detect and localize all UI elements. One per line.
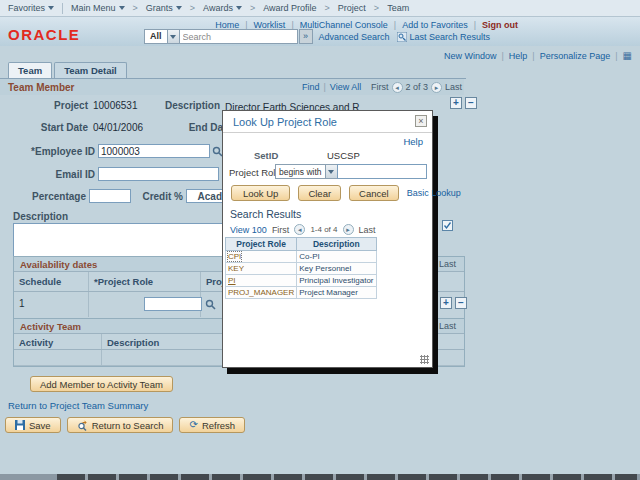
breadcrumb-separator: > bbox=[325, 3, 330, 13]
section-title-availability: Availability dates bbox=[20, 259, 97, 270]
resize-grip[interactable] bbox=[420, 355, 429, 364]
search-input[interactable] bbox=[180, 29, 298, 44]
first-label[interactable]: First bbox=[371, 82, 389, 92]
setid-label: SetID bbox=[254, 150, 278, 161]
delete-row-button[interactable]: − bbox=[465, 97, 477, 109]
project-value: 10006531 bbox=[93, 100, 138, 111]
view-all-link[interactable]: View All bbox=[330, 82, 361, 92]
previous-row-icon[interactable]: ◂ bbox=[392, 82, 403, 93]
start-date-value: 04/01/2006 bbox=[93, 122, 143, 133]
breadcrumb-separator: > bbox=[250, 3, 255, 13]
layout-grid-icon[interactable]: ▦ bbox=[623, 50, 632, 61]
results-col-role: Project Role bbox=[226, 238, 297, 251]
tab-team-detail[interactable]: Team Detail bbox=[54, 62, 127, 78]
clear-button[interactable]: Clear bbox=[298, 185, 341, 201]
view-100-link[interactable]: View 100 bbox=[230, 225, 267, 235]
page-tabs: Team Team Detail bbox=[8, 62, 127, 78]
taskbar[interactable] bbox=[0, 474, 640, 480]
search-scope-value: All bbox=[145, 30, 167, 43]
basic-lookup-link[interactable]: Basic Lookup bbox=[407, 188, 461, 198]
role-link-pi[interactable]: PI bbox=[228, 276, 236, 285]
breadcrumb-team[interactable]: Team bbox=[387, 3, 409, 13]
return-to-search-button[interactable]: Return to Search bbox=[67, 417, 174, 433]
row-position: 2 of 3 bbox=[406, 82, 429, 92]
description-label: Description bbox=[140, 100, 220, 111]
add-row-button[interactable]: + bbox=[450, 97, 462, 109]
search-go-button[interactable]: » bbox=[299, 29, 313, 44]
save-button[interactable]: Save bbox=[5, 417, 61, 433]
start-date-label: Start Date bbox=[30, 122, 88, 133]
breadcrumb-main-menu[interactable]: Main Menu bbox=[71, 3, 125, 13]
taskbar-buttons[interactable] bbox=[57, 474, 637, 480]
role-desc: Principal Investigator bbox=[297, 275, 376, 287]
oracle-logo: ORACLE bbox=[8, 26, 80, 43]
chevron-down-icon bbox=[119, 6, 125, 10]
lookup-button[interactable]: Look Up bbox=[231, 185, 290, 201]
dialog-help-link[interactable]: Help bbox=[403, 136, 423, 147]
chevron-down-icon bbox=[176, 6, 182, 10]
role-search-input[interactable] bbox=[337, 164, 427, 179]
role-link-proj-manager[interactable]: PROJ_MANAGER bbox=[228, 288, 294, 297]
last-search-results-icon bbox=[397, 32, 407, 42]
employee-id-input[interactable] bbox=[98, 144, 210, 158]
add-member-button[interactable]: Add Member to Activity Team bbox=[30, 376, 173, 392]
end-date-label: End Date bbox=[150, 122, 232, 133]
return-search-icon bbox=[77, 420, 88, 431]
activity-last-label[interactable]: Last bbox=[439, 321, 456, 331]
operator-value: begins with bbox=[276, 165, 325, 178]
cancel-button[interactable]: Cancel bbox=[349, 185, 399, 201]
table-row: CPI Co-PI bbox=[226, 251, 377, 263]
refresh-icon: ⟳ bbox=[189, 420, 197, 430]
employee-id-label: *Employee ID bbox=[20, 146, 95, 157]
project-role-lookup-icon[interactable] bbox=[205, 299, 216, 310]
breadcrumb-separator: > bbox=[190, 3, 195, 13]
search-scope-select[interactable]: All bbox=[144, 29, 180, 44]
close-icon[interactable]: × bbox=[415, 115, 427, 127]
new-window-link[interactable]: New Window bbox=[444, 51, 497, 61]
operator-select[interactable]: begins with bbox=[275, 164, 338, 179]
breadcrumb-divider bbox=[62, 3, 63, 14]
role-link-key[interactable]: KEY bbox=[228, 264, 244, 273]
results-next-icon[interactable]: ▸ bbox=[343, 224, 354, 235]
col-schedule: Schedule bbox=[19, 276, 61, 287]
advanced-search-link[interactable]: Advanced Search bbox=[319, 32, 390, 42]
dialog-project-role-label: Project Role bbox=[229, 167, 281, 178]
chevron-down-icon[interactable] bbox=[167, 30, 179, 43]
next-row-icon[interactable]: ▸ bbox=[431, 82, 442, 93]
refresh-button[interactable]: ⟳ Refresh bbox=[179, 417, 245, 433]
credit-label: Credit % bbox=[133, 191, 183, 202]
breadcrumb-grants[interactable]: Grants bbox=[146, 3, 182, 13]
availability-last-label[interactable]: Last bbox=[439, 259, 456, 269]
project-role-input[interactable] bbox=[144, 297, 202, 311]
last-search-results-link[interactable]: Last Search Results bbox=[410, 32, 491, 42]
email-id-input[interactable] bbox=[98, 167, 219, 181]
search-bar: All » Advanced Search Last Search Result… bbox=[144, 29, 490, 44]
breadcrumb-awards[interactable]: Awards bbox=[203, 3, 242, 13]
availability-delete-row-button[interactable]: − bbox=[455, 297, 467, 309]
help-link[interactable]: Help bbox=[509, 51, 528, 61]
availability-add-row-button[interactable]: + bbox=[440, 297, 452, 309]
breadcrumb: Favorites Main Menu > Grants > Awards > … bbox=[0, 0, 640, 17]
results-previous-icon[interactable]: ◂ bbox=[294, 224, 305, 235]
project-label: Project bbox=[30, 100, 88, 111]
results-header-row: Project Role Description bbox=[226, 238, 377, 251]
return-to-summary-link[interactable]: Return to Project Team Summary bbox=[8, 400, 148, 411]
breadcrumb-favorites[interactable]: Favorites bbox=[8, 3, 54, 13]
breadcrumb-separator: > bbox=[374, 3, 379, 13]
col-project-role: *Project Role bbox=[94, 276, 153, 287]
last-label[interactable]: Last bbox=[445, 82, 462, 92]
role-link-cpi[interactable]: CPI bbox=[228, 252, 241, 261]
breadcrumb-project[interactable]: Project bbox=[338, 3, 366, 13]
chevron-down-icon[interactable] bbox=[325, 165, 337, 178]
tab-team[interactable]: Team bbox=[8, 62, 52, 78]
find-link[interactable]: Find bbox=[302, 82, 320, 92]
spellcheck-icon[interactable] bbox=[442, 220, 453, 231]
team-member-header: Team Member Find | View All First ◂ 2 of… bbox=[0, 79, 464, 95]
breadcrumb-award-profile[interactable]: Award Profile bbox=[263, 3, 316, 13]
header-band: ORACLE Home | Worklist | MultiChannel Co… bbox=[0, 17, 640, 46]
role-desc: Key Personnel bbox=[297, 263, 376, 275]
results-range: 1-4 of 4 bbox=[310, 225, 337, 234]
percentage-input[interactable] bbox=[89, 189, 131, 203]
personalize-page-link[interactable]: Personalize Page bbox=[540, 51, 611, 61]
percentage-label: Percentage bbox=[18, 191, 86, 202]
